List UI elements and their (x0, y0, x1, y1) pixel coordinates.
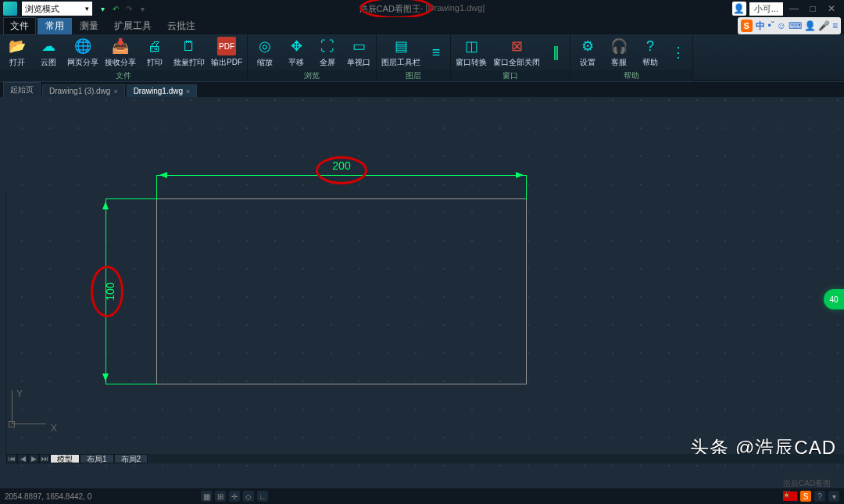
printer-icon: 🖨 (145, 37, 164, 55)
ime-punct-icon[interactable]: •ˇ (768, 20, 774, 31)
close-icon[interactable]: × (113, 88, 117, 95)
close-button[interactable]: ✕ (824, 2, 839, 16)
ime-face-icon[interactable]: ☺ (777, 20, 786, 31)
batch-print-button[interactable]: 🗒批量打印 (172, 34, 206, 70)
layer-toolbar-button[interactable]: ▤图层工具栏 (380, 34, 422, 70)
window-separator: ‖ (545, 34, 567, 70)
scroll-prev-icon[interactable]: ◀ (17, 454, 28, 463)
qat-more-icon[interactable]: ▾ (137, 3, 148, 14)
ime-toolbar[interactable]: S 中 •ˇ ☺ ⌨ 👤 🎤 ≡ (738, 17, 841, 34)
layout-bar: ⏮ ◀ ▶ ⏭ 模型 布局1 布局2 (6, 454, 844, 463)
user-name[interactable]: 小可... (749, 2, 783, 16)
group-label-layer: 图层 (377, 70, 450, 81)
cloud-icon: ☁ (39, 37, 58, 55)
osnap-icon[interactable]: ◇ (243, 491, 254, 502)
close-icon[interactable]: × (186, 88, 190, 95)
annotation-ellipse-100 (91, 266, 123, 317)
chevron-down-icon: ▾ (85, 5, 89, 13)
window-switch-icon: ◫ (462, 37, 481, 55)
drawing-canvas[interactable]: 200 100 Y X 40 头条 @浩辰CAD ⏮ ◀ ▶ ⏭ 模型 布局1 … (0, 97, 844, 479)
undo-icon[interactable]: ↶ (110, 3, 121, 14)
layout-tab-model[interactable]: 模型 (50, 454, 80, 463)
layout-tab-2[interactable]: 布局2 (114, 454, 148, 463)
brand-footer: 浩辰CAD看图王 (783, 478, 835, 500)
layer-list-button[interactable]: ≡ (425, 34, 447, 70)
layers-icon: ▤ (392, 37, 410, 55)
scroll-next-icon[interactable]: ▶ (28, 454, 39, 463)
track-icon[interactable]: ∟ (257, 491, 268, 502)
help-icon: ? (641, 37, 660, 55)
fullscreen-button[interactable]: ⛶全屏 (313, 34, 342, 70)
annotation-ellipse-200 (316, 156, 367, 184)
zoom-button[interactable]: ◎缩放 (251, 34, 279, 70)
doc-tab-drawing1-3[interactable]: Drawing1 (3).dwg× (42, 84, 125, 97)
fullscreen-icon: ⛶ (318, 37, 337, 55)
polar-icon[interactable]: ✛ (229, 491, 240, 502)
title-bar: 浏览模式 ▾ ▾ ↶ ↷ ▾ 浩辰CAD看图王 - [Drawing1.dwg]… (0, 0, 844, 17)
ime-mic-icon[interactable]: 🎤 (818, 20, 830, 31)
group-label-window: 窗口 (451, 70, 570, 81)
snap-grid-icon[interactable]: ▦ (201, 491, 212, 502)
document-tab-bar: 起始页 Drawing1 (3).dwg× Drawing1.dwg× (0, 81, 844, 97)
redo-icon[interactable]: ↷ (123, 3, 134, 14)
file-menu[interactable]: 文件 (3, 17, 36, 35)
viewport-icon: ▭ (349, 37, 368, 55)
user-avatar-icon[interactable]: 👤 (732, 2, 746, 16)
ime-icons: •ˇ ☺ ⌨ 👤 🎤 ≡ (768, 20, 838, 31)
window-switch-button[interactable]: ◫窗口转换 (454, 34, 488, 70)
maximize-button[interactable]: □ (805, 2, 821, 16)
mode-select[interactable]: 浏览模式 ▾ (22, 2, 92, 16)
scroll-first-icon[interactable]: ⏮ (6, 454, 17, 463)
scroll-last-icon[interactable]: ⏭ (39, 454, 50, 463)
pdf-icon: PDF (217, 37, 236, 55)
receive-share-button[interactable]: 📥接收分享 (103, 34, 138, 70)
status-toggles: ▦ ⊞ ✛ ◇ ∟ (201, 491, 268, 502)
doc-tab-start[interactable]: 起始页 (3, 82, 41, 97)
pan-icon: ✥ (287, 37, 306, 55)
layout-tab-1[interactable]: 布局1 (80, 454, 114, 463)
pan-button[interactable]: ✥平移 (282, 34, 310, 70)
inbox-icon: 📥 (111, 37, 130, 55)
close-all-icon: ⊠ (507, 37, 526, 55)
app-logo-icon (3, 2, 17, 16)
group-label-file: 文件 (0, 70, 247, 81)
help-more-button[interactable]: ⋮ (667, 34, 689, 70)
web-share-button[interactable]: 🌐网页分享 (66, 34, 100, 70)
headset-icon: 🎧 (610, 37, 628, 55)
status-bar: 2054.8897, 1654.8442, 0 ▦ ⊞ ✛ ◇ ∟ S ? ▾ … (0, 488, 844, 504)
ime-lang[interactable]: 中 (756, 20, 765, 33)
batch-print-icon: 🗒 (180, 37, 198, 55)
ribbon-tab-extend[interactable]: 扩展工具 (106, 18, 159, 34)
help-button[interactable]: ?帮助 (636, 34, 664, 70)
more-icon: ⋮ (669, 43, 688, 62)
support-button[interactable]: 🎧客服 (605, 34, 633, 70)
globe-icon: 🌐 (73, 37, 92, 55)
ime-keyboard-icon[interactable]: ⌨ (789, 20, 802, 31)
close-all-button[interactable]: ⊠窗口全部关闭 (492, 34, 542, 70)
folder-open-icon: 📂 (8, 37, 27, 55)
doc-tab-drawing1[interactable]: Drawing1.dwg× (127, 84, 198, 97)
settings-button[interactable]: ⚙设置 (574, 34, 602, 70)
ribbon-tab-common[interactable]: 常用 (38, 18, 72, 34)
annotation-ellipse-title (359, 0, 433, 19)
ribbon-tab-cloud[interactable]: 云批注 (159, 18, 203, 34)
minimize-button[interactable]: — (786, 2, 802, 16)
ime-settings-icon[interactable]: ≡ (832, 20, 838, 31)
separator-icon: ‖ (546, 43, 565, 62)
export-pdf-button[interactable]: PDF输出PDF (209, 34, 244, 70)
print-button[interactable]: 🖨打印 (141, 34, 169, 70)
floating-badge[interactable]: 40 (824, 289, 844, 309)
ucs-x-label: X (51, 423, 57, 434)
open-button[interactable]: 📂打开 (3, 34, 31, 70)
single-viewport-button[interactable]: ▭单视口 (345, 34, 373, 70)
cloud-button[interactable]: ☁云图 (34, 34, 63, 70)
mode-label: 浏览模式 (25, 3, 59, 15)
qat-dropdown-icon[interactable]: ▾ (97, 3, 108, 14)
ucs-y-label: Y (16, 388, 23, 399)
list-icon: ≡ (427, 43, 445, 62)
sougou-logo-icon: S (741, 20, 753, 32)
ortho-icon[interactable]: ⊞ (215, 491, 226, 502)
ribbon-tab-measure[interactable]: 测量 (72, 18, 106, 34)
ime-user-icon[interactable]: 👤 (804, 20, 816, 31)
left-ruler (0, 192, 6, 454)
